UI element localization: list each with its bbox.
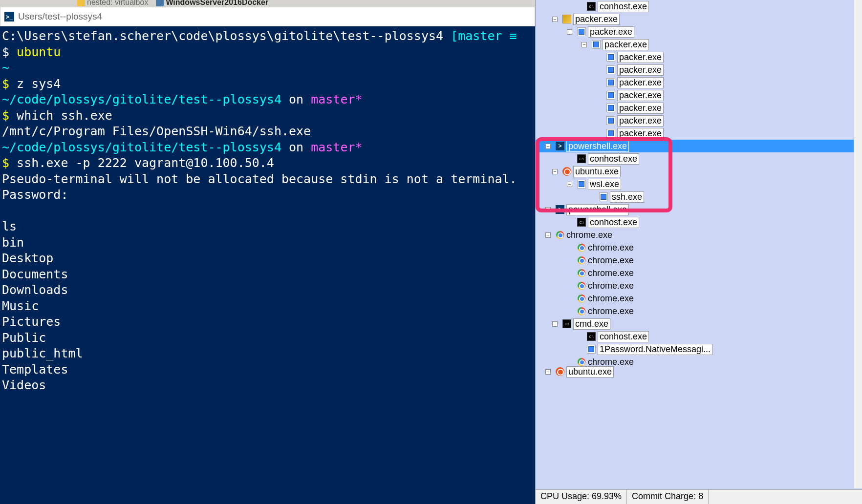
generic-icon	[577, 180, 586, 189]
chrome-icon	[577, 294, 586, 303]
expander-icon[interactable]: −	[567, 182, 572, 187]
process-row-packer-exe[interactable]: packer.exe	[536, 89, 862, 102]
process-row-chrome-exe[interactable]: chrome.exe	[536, 254, 862, 267]
process-label: conhost.exe	[598, 1, 649, 12]
process-row-powershell-exe[interactable]: −powershell.exe	[536, 203, 862, 216]
generic-icon	[577, 27, 586, 36]
process-label: wsl.exe	[588, 179, 621, 190]
process-row-chrome-exe[interactable]: chrome.exe	[536, 292, 862, 305]
process-label: conhost.exe	[588, 153, 639, 165]
ubuntu-icon	[562, 167, 571, 176]
process-label: chrome.exe	[588, 255, 634, 266]
powershell-icon	[556, 205, 564, 214]
process-label: chrome.exe	[588, 306, 634, 316]
generic-icon	[606, 129, 615, 138]
terminal-window: nested: virtualbox WindowsServer2016Dock…	[0, 0, 535, 504]
window-title-bar[interactable]: >_ Users/test--plossys4	[0, 7, 535, 26]
tab-docker[interactable]: WindowsServer2016Docker	[152, 0, 272, 7]
tab-label: WindowsServer2016Docker	[166, 0, 268, 7]
expander-icon[interactable]: −	[545, 369, 551, 375]
process-row-cmd-exe[interactable]: −cmd.exe	[536, 317, 862, 330]
process-row-conhost-exe[interactable]: conhost.exe	[536, 0, 862, 13]
process-row-packer-exe[interactable]: packer.exe	[536, 114, 862, 127]
conhost-icon	[587, 332, 596, 341]
process-row-conhost-exe[interactable]: conhost.exe	[536, 152, 862, 165]
expander-icon[interactable]: −	[552, 17, 558, 22]
process-row-chrome-exe[interactable]: chrome.exe	[536, 241, 862, 254]
powershell-icon	[556, 142, 564, 150]
process-label: powershell.exe	[566, 204, 629, 215]
process-row-conhost-exe[interactable]: conhost.exe	[536, 330, 862, 343]
tab-label: nested: virtualbox	[87, 0, 148, 7]
process-row-packer-exe[interactable]: packer.exe	[536, 127, 862, 140]
folder-icon	[77, 0, 85, 6]
process-label: chrome.exe	[588, 281, 634, 291]
process-row-ubuntu-exe[interactable]: −ubuntu.exe	[536, 165, 862, 178]
vertical-scrollbar[interactable]	[854, 0, 862, 488]
process-label: packer.exe	[617, 115, 664, 126]
expander-icon[interactable]: −	[552, 321, 558, 327]
expander-icon[interactable]: −	[545, 232, 551, 238]
process-row-packer-exe[interactable]: packer.exe	[536, 51, 862, 63]
process-row-packer-exe[interactable]: −packer.exe	[536, 38, 862, 51]
process-row-packer-exe[interactable]: packer.exe	[536, 63, 862, 76]
status-bar: CPU Usage: 69.93% Commit Charge: 8	[536, 489, 862, 504]
chrome-icon	[556, 231, 564, 239]
chrome-icon	[577, 281, 586, 290]
conhost-icon	[587, 2, 596, 11]
process-row-conhost-exe[interactable]: conhost.exe	[536, 216, 862, 229]
cpu-usage: CPU Usage: 69.93%	[536, 490, 627, 504]
expander-icon[interactable]: −	[567, 29, 572, 35]
process-row-packer-exe[interactable]: packer.exe	[536, 102, 862, 114]
process-tree-panel: conhost.exe−packer.exe−packer.exe−packer…	[535, 0, 862, 504]
powershell-icon: >_	[4, 12, 14, 21]
generic-icon	[606, 104, 615, 112]
process-row-1Password-NativeMessagi---[interactable]: 1Password.NativeMessagi...	[536, 343, 862, 356]
process-row-packer-exe[interactable]: −packer.exe	[536, 13, 862, 25]
process-row-ssh-exe[interactable]: ssh.exe	[536, 190, 862, 203]
process-label: ubuntu.exe	[573, 166, 621, 177]
process-row-ubuntu-exe[interactable]: −ubuntu.exe	[536, 368, 862, 375]
expander-icon[interactable]: −	[545, 207, 551, 212]
process-label: cmd.exe	[573, 318, 610, 330]
process-label: packer.exe	[617, 77, 664, 88]
process-tree[interactable]: conhost.exe−packer.exe−packer.exe−packer…	[536, 0, 862, 375]
conhost-icon	[577, 154, 586, 163]
process-row-wsl-exe[interactable]: −wsl.exe	[536, 178, 862, 190]
generic-icon	[606, 78, 615, 87]
process-row-chrome-exe[interactable]: chrome.exe	[536, 305, 862, 317]
expander-icon[interactable]: −	[545, 144, 551, 149]
expander-icon[interactable]: −	[552, 169, 558, 174]
virtualbox-icon	[156, 0, 164, 6]
process-row-packer-exe[interactable]: −packer.exe	[536, 25, 862, 38]
generic-icon	[606, 65, 615, 74]
chrome-icon	[577, 307, 586, 315]
process-row-chrome-exe[interactable]: chrome.exe	[536, 267, 862, 279]
chrome-icon	[577, 256, 586, 265]
process-label: packer.exe	[617, 64, 664, 76]
terminal-output[interactable]: C:\Users\stefan.scherer\code\plossys\git…	[0, 26, 535, 504]
process-label: chrome.exe	[566, 230, 612, 240]
commit-charge: Commit Charge: 8	[627, 490, 709, 504]
process-row-chrome-exe[interactable]: −chrome.exe	[536, 229, 862, 241]
process-label: packer.exe	[617, 103, 664, 114]
generic-icon	[606, 116, 615, 125]
process-row-powershell-exe[interactable]: −powershell.exe	[536, 140, 862, 152]
tab-nested[interactable]: nested: virtualbox	[73, 0, 152, 7]
process-label: 1Password.NativeMessagi...	[598, 344, 712, 355]
process-row-chrome-exe[interactable]: chrome.exe	[536, 279, 862, 292]
generic-icon	[592, 40, 601, 49]
expander-icon[interactable]: −	[582, 42, 587, 47]
process-row-packer-exe[interactable]: packer.exe	[536, 76, 862, 89]
generic-icon	[587, 345, 596, 354]
chrome-icon	[577, 269, 586, 277]
chrome-icon	[577, 357, 586, 366]
process-label: packer.exe	[603, 39, 649, 50]
process-label: conhost.exe	[588, 217, 639, 228]
conhost-icon	[577, 218, 586, 227]
process-label: ubuntu.exe	[566, 366, 614, 378]
cmd-icon	[562, 319, 571, 328]
process-label: packer.exe	[617, 52, 664, 63]
window-title: Users/test--plossys4	[18, 11, 102, 22]
generic-icon	[606, 53, 615, 62]
